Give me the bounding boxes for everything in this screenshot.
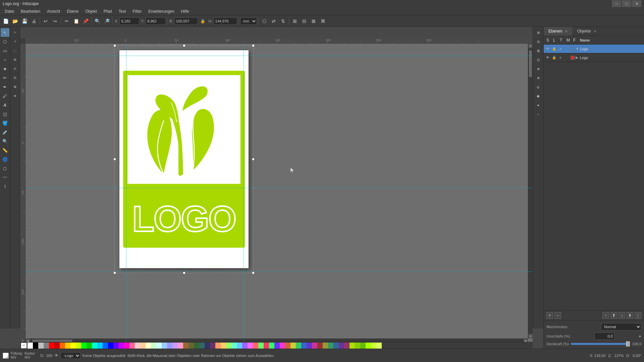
copy-button[interactable]: 📋	[72, 17, 80, 25]
palette-tan1[interactable]	[285, 343, 290, 349]
palette-sky1[interactable]	[301, 343, 307, 349]
palette-dblue1[interactable]	[205, 343, 210, 349]
menu-ansicht[interactable]: Ansicht	[44, 7, 63, 15]
palette-lime2[interactable]	[355, 343, 360, 349]
new-button[interactable]: 📄	[1, 17, 10, 25]
transform-button[interactable]: ⊞	[290, 17, 299, 25]
palette-cream1[interactable]	[146, 343, 151, 349]
eyedropper-tool[interactable]: 💉	[1, 128, 9, 136]
smear-tool[interactable]: 〰	[1, 173, 9, 182]
palette-plum1[interactable]	[339, 343, 344, 349]
menu-bearbeiten[interactable]: Bearbeiten	[17, 7, 44, 15]
remove-layer-button[interactable]: −	[554, 312, 561, 319]
circle-tool[interactable]: ○	[1, 55, 9, 64]
palette-teal1[interactable]	[92, 343, 97, 349]
sub-tool-5[interactable]: ⊡	[11, 64, 19, 73]
palette-gold1[interactable]	[290, 343, 296, 349]
mischmode-select[interactable]: Normal Multiply Screen	[601, 323, 641, 330]
cut-button[interactable]: ✂	[62, 17, 71, 25]
sub-tool-4[interactable]: ⊞	[11, 55, 19, 64]
vis-icon-1[interactable]: 👁	[545, 46, 550, 52]
handle-br[interactable]	[252, 272, 255, 274]
close-button[interactable]: ✕	[632, 0, 641, 7]
close-objekte-tab[interactable]: ✕	[594, 29, 596, 33]
palette-viol1[interactable]	[248, 343, 253, 349]
w-input[interactable]: 100,007	[174, 17, 198, 25]
text-tool[interactable]: A	[1, 101, 9, 109]
palette-white[interactable]	[28, 343, 33, 349]
palette-red1[interactable]	[38, 343, 44, 349]
layer-up-button[interactable]: ↑	[602, 312, 609, 319]
snap-btn-6[interactable]: ⊕	[534, 73, 543, 82]
palette-blue3[interactable]	[237, 343, 242, 349]
flip-v-button[interactable]: ⇅	[279, 17, 287, 25]
palette-blue2[interactable]	[108, 343, 113, 349]
palette-coral1[interactable]	[253, 343, 258, 349]
snap-button[interactable]: ⊟	[300, 17, 309, 25]
tab-ebenen[interactable]: Ebenen ✕	[544, 27, 572, 36]
select-tool[interactable]: ↖	[1, 28, 9, 37]
layer-extra-button[interactable]: ⋮	[635, 312, 641, 319]
menu-erweiterungen[interactable]: Erweiterungen	[145, 7, 177, 15]
palette-olive1[interactable]	[189, 343, 194, 349]
undo-button[interactable]: ↩	[41, 17, 50, 25]
palette-none[interactable]: ✕	[21, 343, 27, 349]
fill-indicator[interactable]	[3, 353, 9, 359]
palette-lime3[interactable]	[360, 343, 366, 349]
palette-rust1[interactable]	[317, 343, 323, 349]
node-tool[interactable]: ⬡	[1, 37, 9, 46]
unit-select[interactable]: mm px cm	[240, 17, 257, 25]
snap-btn-1[interactable]: ⊞	[534, 28, 543, 37]
palette-green2[interactable]	[81, 343, 87, 349]
save-button[interactable]: 💾	[20, 17, 29, 25]
align-left-button[interactable]: ⬡	[260, 17, 269, 25]
layer-row-logo-1[interactable]: 👁 🔒 ≡ ▼ Logo	[544, 45, 644, 53]
palette-yel2[interactable]	[221, 343, 226, 349]
star-tool[interactable]: ★	[1, 64, 9, 73]
palette-pink2[interactable]	[124, 343, 129, 349]
x-input[interactable]: 6,182	[119, 17, 140, 25]
palette-wine1[interactable]	[344, 343, 350, 349]
handle-tr[interactable]	[252, 44, 255, 47]
palette-mint1[interactable]	[258, 343, 264, 349]
lock-aspect-button[interactable]: 🔒	[199, 17, 207, 25]
palette-oran2[interactable]	[215, 343, 221, 349]
menu-ebene[interactable]: Ebene	[63, 7, 82, 15]
vis-icon-2[interactable]: 👁	[545, 55, 550, 60]
vscroll-up[interactable]: ▲	[528, 44, 533, 48]
palette-khak1[interactable]	[323, 343, 328, 349]
palette-fern1[interactable]	[296, 343, 301, 349]
palette-teal2[interactable]	[231, 343, 237, 349]
y-input[interactable]: 8,962	[146, 17, 166, 25]
palette-violb1[interactable]	[307, 343, 312, 349]
palette-sea1[interactable]	[269, 343, 274, 349]
menu-hilfe[interactable]: Hilfe	[178, 7, 193, 15]
zoom-out-button[interactable]: 🔎	[102, 17, 111, 25]
palette-lime6[interactable]	[376, 343, 382, 349]
redo-button[interactable]: ↪	[51, 17, 59, 25]
palette-purp2[interactable]	[242, 343, 248, 349]
expand-icon-1[interactable]: ▼	[576, 47, 579, 51]
menu-filter[interactable]: Filter	[129, 7, 145, 15]
connector-tool[interactable]: ⌇	[1, 182, 9, 191]
palette-skin1[interactable]	[135, 343, 140, 349]
menu-text[interactable]: Text	[115, 7, 129, 15]
zoom-tool[interactable]: 🔍	[1, 137, 9, 145]
palette-yellow2[interactable]	[70, 343, 76, 349]
unschaerfe-plus[interactable]: +	[639, 334, 641, 339]
nodes-button[interactable]: ⊠	[309, 17, 318, 25]
open-button[interactable]: 📂	[11, 17, 19, 25]
unschaerfe-input[interactable]: 0,0	[594, 333, 614, 340]
palette-pink3[interactable]	[129, 343, 135, 349]
palette-red3[interactable]	[49, 343, 54, 349]
palette-lblue1[interactable]	[162, 343, 167, 349]
handle-mr[interactable]	[252, 158, 255, 161]
palette-sage1[interactable]	[328, 343, 333, 349]
layer-settings-button[interactable]: ⬆	[610, 312, 617, 319]
flip-h-button[interactable]: ⇄	[269, 17, 278, 25]
gradient-tool[interactable]: ◫	[1, 110, 9, 118]
palette-lgreen1[interactable]	[151, 343, 156, 349]
palette-berry1[interactable]	[312, 343, 317, 349]
palette-yellow1[interactable]	[65, 343, 70, 349]
rect-tool[interactable]: ▭	[1, 46, 9, 55]
